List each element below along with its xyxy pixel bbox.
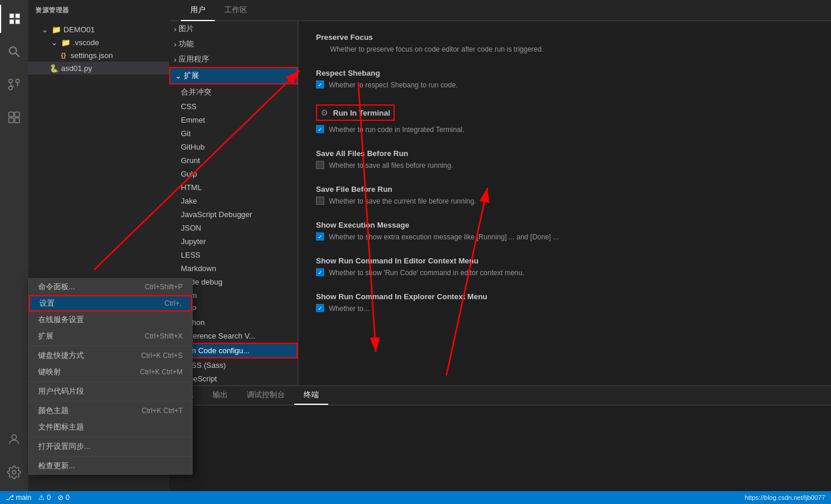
menu-item-sync-settings[interactable]: 打开设置同步...: [29, 438, 192, 455]
menu-item-color-theme[interactable]: 颜色主题 Ctrl+K Ctrl+T: [29, 402, 192, 419]
menu-item-online-settings[interactable]: 在线服务设置: [29, 312, 192, 328]
setting-respect-shebang-desc: Whether to respect Shebang to run code.: [329, 80, 457, 90]
settings-panel: 用户 工作区 › 图片 › 功能 › 应用程序: [169, 0, 831, 491]
menu-item-color-theme-label: 颜色主题: [38, 405, 69, 416]
menu-item-check-updates[interactable]: 检查更新...: [29, 458, 192, 474]
sidebar-title: 资源管理器: [28, 0, 169, 21]
setting-save-file-desc: Whether to save the current file before …: [329, 196, 476, 207]
menu-item-settings-label: 设置: [39, 298, 55, 309]
menu-item-keyboard-shortcuts[interactable]: 键盘快捷方式 Ctrl+K Ctrl+S: [29, 347, 192, 364]
ext-tree-item-jupyter[interactable]: Jupyter: [169, 235, 298, 248]
setting-show-run-explorer: Show Run Command In Explorer Context Men…: [316, 292, 813, 314]
panel-tab-output[interactable]: 输出: [203, 386, 237, 405]
activity-bar-extensions[interactable]: [0, 103, 28, 131]
menu-item-settings[interactable]: 设置 Ctrl+,: [29, 295, 192, 312]
panel-tab-terminal[interactable]: 终端: [294, 386, 328, 405]
tab-user[interactable]: 用户: [181, 0, 215, 21]
settings-content: › 图片 › 功能 › 应用程序 ⌄ 扩展 合并冲突: [169, 21, 831, 385]
ext-tree-item-emmet[interactable]: Emmet: [169, 113, 298, 127]
activity-bar-explorer[interactable]: [0, 5, 28, 33]
ext-tree-item-gulp[interactable]: Gulp: [169, 167, 298, 181]
setting-save-all-files: Save All Files Before Run Whether to sav…: [316, 149, 813, 171]
tree-item-settings-label: settings.json: [70, 51, 113, 60]
json-icon: {}: [59, 50, 68, 60]
menu-item-file-icon-theme[interactable]: 文件图标主题: [29, 419, 192, 435]
menu-item-extensions-label: 扩展: [38, 331, 53, 341]
settings-tabs: 用户 工作区: [169, 0, 831, 21]
setting-run-terminal-desc: Whether to run code in Integrated Termin…: [329, 124, 465, 135]
setting-show-exec-msg: Show Execution Message Whether to show e…: [316, 221, 813, 242]
setting-preserve-focus-title: Preserve Focus: [316, 33, 813, 42]
menu-item-user-snippets-label: 用户代码片段: [38, 386, 84, 397]
ext-tree-item-grunt[interactable]: Grunt: [169, 154, 298, 167]
menu-item-extensions-shortcut: Ctrl+Shift+X: [144, 332, 183, 340]
context-menu: 命令面板... Ctrl+Shift+P 设置 Ctrl+, 在线服务设置 扩展…: [28, 278, 193, 475]
checkbox-run-terminal[interactable]: [316, 125, 324, 133]
vscode-folder-icon: 📁: [61, 38, 70, 47]
tree-item-settings-json[interactable]: {} settings.json: [28, 49, 169, 62]
ext-tree-item-app[interactable]: › 应用程序: [169, 52, 298, 67]
menu-item-command-palette-label: 命令面板...: [38, 282, 75, 292]
svg-rect-6: [15, 112, 19, 117]
ext-tree-item-extension[interactable]: ⌄ 扩展: [169, 67, 298, 84]
menu-item-online-settings-label: 在线服务设置: [38, 314, 84, 325]
ext-tree-item-markdown[interactable]: Markdown: [169, 262, 298, 275]
ext-tree-item-image[interactable]: › 图片: [169, 21, 298, 36]
menu-divider-4: [29, 437, 192, 437]
folder-icon: 📁: [52, 25, 61, 34]
menu-item-command-palette[interactable]: 命令面板... Ctrl+Shift+P: [29, 279, 192, 295]
settings-detail: Preserve Focus Whether to preserve focus…: [298, 21, 831, 385]
menu-item-keyboard-shortcuts-label: 键盘快捷方式: [38, 350, 84, 361]
menu-item-file-icon-theme-label: 文件图标主题: [38, 422, 84, 432]
setting-save-file-checkbox-row: Whether to save the current file before …: [316, 196, 813, 207]
setting-show-run-editor-desc: Whether to show 'Run Code' command in ed…: [329, 268, 524, 278]
status-bar: ⎇ main ⚠ 0 ⊘ 0 https://blog.csdn.net/ljb…: [0, 491, 831, 504]
checkbox-show-run-explorer[interactable]: [316, 304, 324, 312]
menu-item-user-snippets[interactable]: 用户代码片段: [29, 383, 192, 400]
ext-tree-item-html[interactable]: HTML: [169, 181, 298, 194]
chevron-down-icon-vscode: ⌄: [49, 38, 59, 47]
checkbox-show-exec[interactable]: [316, 232, 324, 241]
setting-save-all-checkbox-row: Whether to save all files before running…: [316, 160, 813, 171]
tree-item-asd01py[interactable]: 🐍 asd01.py: [28, 62, 169, 75]
activity-bar-settings-gear[interactable]: [0, 458, 28, 486]
svg-rect-8: [15, 118, 19, 123]
tab-workspace[interactable]: 工作区: [215, 0, 257, 21]
setting-show-run-explorer-desc: Whether to...: [329, 303, 369, 314]
activity-bar-account[interactable]: [0, 425, 28, 454]
tree-item-vscode[interactable]: ⌄ 📁 .vscode: [28, 36, 169, 49]
ext-tree-item-jsdebug[interactable]: JavaScript Debugger: [169, 208, 298, 221]
activity-bar-search[interactable]: [0, 38, 28, 66]
activity-bar-source-control[interactable]: [0, 70, 28, 99]
svg-point-4: [9, 86, 12, 90]
tree-item-demo01[interactable]: ⌄ 📁 DEMO01: [28, 23, 169, 36]
menu-item-keymaps[interactable]: 键映射 Ctrl+K Ctrl+M: [29, 364, 192, 380]
checkbox-save-file[interactable]: [316, 197, 324, 205]
ext-tree-item-git[interactable]: Git: [169, 127, 298, 140]
ext-tree-item-github[interactable]: GitHub: [169, 140, 298, 154]
gear-icon-run-terminal[interactable]: ⚙: [321, 108, 328, 117]
ext-tree-item-less[interactable]: LESS: [169, 248, 298, 262]
panel-tab-debug[interactable]: 调试控制台: [237, 386, 294, 405]
menu-item-sync-settings-label: 打开设置同步...: [38, 441, 90, 452]
ext-tree-item-feature[interactable]: › 功能: [169, 36, 298, 52]
chevron-down-icon: ⌄: [40, 25, 49, 34]
ext-tree-item-json[interactable]: JSON: [169, 221, 298, 235]
setting-show-exec-checkbox-row: Whether to show extra execution message …: [316, 232, 813, 242]
tree-item-demo01-label: DEMO01: [63, 25, 95, 34]
activity-bar: [0, 0, 28, 491]
svg-point-9: [12, 435, 16, 439]
status-warnings: ⚠ 0: [38, 493, 51, 502]
checkbox-show-run-editor[interactable]: [316, 268, 324, 276]
ext-tree-item-merge[interactable]: 合并冲突: [169, 84, 298, 100]
setting-preserve-focus: Preserve Focus Whether to preserve focus…: [316, 33, 813, 55]
checkbox-respect-shebang[interactable]: [316, 80, 324, 89]
setting-run-terminal-title-text: Run In Terminal: [333, 109, 390, 117]
menu-item-extensions[interactable]: 扩展 Ctrl+Shift+X: [29, 328, 192, 344]
setting-show-exec-title: Show Execution Message: [316, 221, 813, 229]
tree-item-vscode-label: .vscode: [73, 38, 99, 47]
menu-item-color-theme-shortcut: Ctrl+K Ctrl+T: [142, 407, 183, 415]
checkbox-save-all[interactable]: [316, 161, 324, 169]
ext-tree-item-css[interactable]: CSS: [169, 100, 298, 113]
ext-tree-item-jake[interactable]: Jake: [169, 194, 298, 208]
